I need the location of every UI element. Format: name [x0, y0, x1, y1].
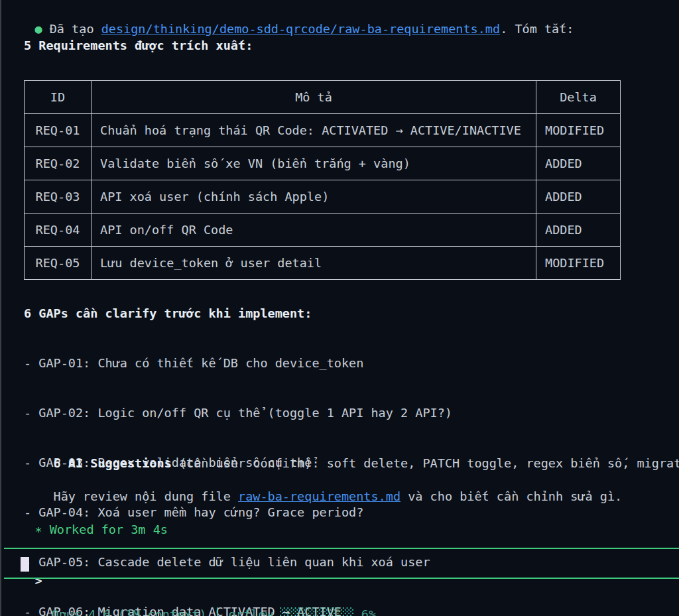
table-row: REQ-04 API on/off QR Code ADDED — [25, 214, 621, 247]
spinner-icon: ∗ — [35, 523, 42, 536]
cell-req-id: REQ-04 — [25, 214, 92, 247]
requirements-table: ID Mô tả Delta REQ-01 Chuẩn hoá trạng th… — [24, 80, 621, 280]
cell-req-id: REQ-05 — [25, 247, 92, 280]
gap-item: - GAP-01: Chưa có thiết kế DB cho device… — [24, 355, 452, 371]
cell-req-id: REQ-03 — [25, 180, 92, 214]
cell-req-delta: ADDED — [536, 214, 621, 247]
cell-req-id: REQ-02 — [25, 147, 92, 180]
prompt-chevron-icon: > — [35, 574, 42, 587]
suggestions-heading: 6 AI Suggestions — [54, 456, 172, 470]
input-divider-bottom — [4, 578, 679, 579]
gaps-heading: 6 GAPs cần clarify trước khi implement: — [24, 305, 312, 322]
table-row: REQ-01 Chuẩn hoá trạng thái QR Code: ACT… — [25, 114, 621, 147]
project-label: qrflow — [229, 607, 273, 616]
bullet-icon: ● — [35, 22, 42, 36]
cell-req-desc: Validate biển số xe VN (biển trắng + vàn… — [92, 147, 536, 180]
gap-item: - GAP-05: Cascade delete dữ liệu liên qu… — [24, 554, 452, 570]
terminal-left-edge — [0, 0, 1, 616]
cell-req-desc: Lưu device_token ở user detail — [92, 247, 536, 280]
cell-req-desc: Chuẩn hoá trạng thái QR Code: ACTIVATED … — [92, 114, 536, 147]
review-suffix: và cho biết cần chỉnh sửa gì. — [401, 489, 622, 503]
table-row: REQ-03 API xoá user (chính sách Apple) A… — [25, 180, 621, 214]
header-cell-delta: Delta — [536, 81, 621, 114]
model-label: Opus 4.6 (1M context) — [52, 607, 207, 616]
worked-text: Worked for 3m 4s — [50, 523, 168, 536]
cell-req-delta: ADDED — [536, 147, 621, 180]
input-divider-top — [4, 548, 679, 549]
requirements-heading: 5 Requirements được trích xuất: — [24, 37, 253, 54]
suggestions-text: (cần user confirm): soft delete, PATCH t… — [172, 456, 679, 470]
table-header-row: ID Mô tả Delta — [25, 81, 621, 114]
cell-req-id: REQ-01 — [25, 114, 92, 147]
header-cell-id: ID — [25, 81, 92, 114]
cell-req-delta: MODIFIED — [536, 114, 621, 147]
file-link-short[interactable]: raw-ba-requirements.md — [238, 489, 401, 503]
cell-req-desc: API on/off QR Code — [92, 214, 536, 247]
status-bar: Opus 4.6 (1M context)│qrflow░░░░░░░░░░6% — [22, 589, 376, 616]
progress-percent: 6% — [361, 607, 376, 616]
terminal-screen: ●Đã tạo design/thinking/demo-sdd-qrcode/… — [0, 0, 679, 616]
review-prefix: Hãy review nội dung file — [54, 489, 238, 503]
cell-req-delta: MODIFIED — [536, 247, 621, 280]
file-link-full-path[interactable]: design/thinking/demo-sdd-qrcode/raw-ba-r… — [101, 22, 500, 36]
gap-item: - GAP-02: Logic on/off QR cụ thể (toggle… — [24, 404, 452, 421]
text-cursor — [21, 557, 29, 572]
cell-req-delta: ADDED — [536, 180, 621, 214]
context-progress-bar: ░░░░░░░░░░ — [280, 607, 353, 616]
table-row: REQ-05 Lưu device_token ở user detail MO… — [25, 247, 621, 280]
message-suffix: . Tóm tắt: — [500, 22, 574, 36]
cell-req-desc: API xoá user (chính sách Apple) — [92, 180, 536, 214]
status-separator: │ — [214, 607, 221, 616]
message-prefix: Đã tạo — [50, 22, 101, 36]
worked-status: ∗Worked for 3m 4s — [5, 505, 168, 554]
header-cell-mota: Mô tả — [92, 81, 536, 114]
table-row: REQ-02 Validate biển số xe VN (biển trắn… — [25, 147, 621, 180]
